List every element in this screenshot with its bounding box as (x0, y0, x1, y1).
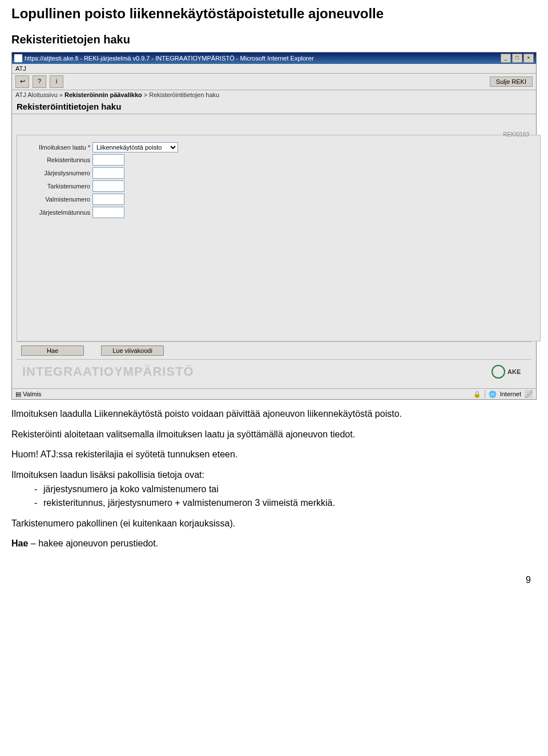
status-zone: Internet (500, 391, 521, 397)
page-number: 9 (0, 558, 548, 591)
window-controls: _ □ × (501, 54, 534, 63)
rekisteritunnus-label: Rekisteritunnus (22, 156, 92, 163)
breadcrumb-section[interactable]: Rekisteröinnin päävalikko (65, 91, 142, 98)
ake-logo-icon (491, 365, 505, 379)
valmistenumero-input[interactable] (92, 194, 124, 205)
ie-icon (14, 54, 22, 62)
rekisteritunnus-input[interactable] (92, 154, 124, 166)
ilmoituksen-laatu-select[interactable]: Liikennekäytöstä poisto (92, 142, 178, 152)
content-area: REKI0183 Ilmoituksen laatu * Liikennekäy… (12, 114, 536, 388)
breadcrumb-page: > Rekisteröintitietojen haku (144, 91, 219, 98)
footer-row: INTEGRAATIOYMPÄRISTÖ AKE (17, 360, 531, 384)
ake-logo-text: AKE (507, 368, 521, 375)
paragraph-5: Tarkistenumero pakollinen (ei kuitenkaan… (11, 517, 537, 530)
breadcrumb: ATJ Aloitussivu » Rekisteröinnin päävali… (12, 90, 536, 99)
jarjestelmatunnus-label: Järjestelmätunnus (22, 209, 92, 216)
lock-icon: 🔒 (473, 391, 481, 398)
hae-bold: Hae (11, 538, 28, 548)
ie-page-icon: ▤ (15, 391, 21, 397)
lue-viivakoodi-button[interactable]: Lue viivakoodi (101, 345, 164, 356)
statusbar: ▤ Valmis 🔒 🌐 Internet (12, 388, 536, 399)
paragraph-6: Hae – hakee ajoneuvon perustiedot. (11, 537, 537, 550)
bullet-1: järjestysnumero ja koko valmistenumero t… (34, 483, 537, 496)
paragraph-1: Ilmoituksen laadulla Liikennekäytöstä po… (11, 408, 537, 420)
tarkistenumero-input[interactable] (92, 180, 124, 192)
environment-watermark: INTEGRAATIOYMPÄRISTÖ (22, 364, 194, 379)
menubar: ATJ (12, 64, 536, 74)
window-title: https://atjtesti.ake.fi - REKI-järjestel… (25, 55, 314, 62)
globe-icon: 🌐 (489, 391, 497, 398)
document-subtitle: Rekisteritietojen haku (0, 25, 548, 52)
bullet-2: rekisteritunnus, järjestysnumero + valmi… (34, 497, 537, 509)
sulje-reki-button[interactable]: Sulje REKI (490, 77, 533, 87)
paragraph-2: Rekisteröinti aloitetaan valitsemalla il… (11, 428, 537, 441)
paragraph-4-intro: Ilmoituksen laadun lisäksi pakollisia ti… (11, 469, 537, 481)
browser-window: https://atjtesti.ake.fi - REKI-järjestel… (11, 52, 537, 400)
atj-menu[interactable]: ATJ (15, 65, 26, 72)
hae-button[interactable]: Hae (21, 345, 84, 356)
tarkistenumero-label: Tarkistenumero (22, 183, 92, 190)
valmistenumero-label: Valmistenumero (22, 196, 92, 203)
document-title: Lopullinen poisto liikennekäytöstäpoiste… (0, 0, 548, 25)
maximize-button[interactable]: □ (512, 54, 522, 63)
ilmoituksen-laatu-label: Ilmoituksen laatu * (22, 144, 92, 151)
jarjestysnumero-label: Järjestysnumero (22, 170, 92, 176)
body-text: Ilmoituksen laadulla Liikennekäytöstä po… (0, 408, 548, 550)
titlebar: https://atjtesti.ake.fi - REKI-järjestel… (12, 53, 536, 64)
help-button[interactable]: ? (33, 75, 46, 88)
bullet-list: järjestysnumero ja koko valmistenumero t… (11, 483, 537, 509)
jarjestysnumero-input[interactable] (92, 167, 124, 179)
ake-logo: AKE (491, 365, 526, 379)
close-button[interactable]: × (523, 54, 534, 63)
form-id: REKI0183 (503, 131, 529, 138)
action-button-row: Hae Lue viivakoodi (17, 341, 531, 360)
paragraph-3: Huom! ATJ:ssa rekisterilajia ei syötetä … (11, 448, 537, 461)
toolbar: ↩ ? i Sulje REKI (12, 74, 536, 90)
info-button[interactable]: i (50, 75, 63, 88)
back-button[interactable]: ↩ (15, 75, 29, 88)
breadcrumb-home[interactable]: ATJ Aloitussivu » (15, 91, 63, 98)
minimize-button[interactable]: _ (501, 54, 511, 63)
status-text: ▤ Valmis (15, 391, 41, 398)
page-header: Rekisteröintitietojen haku (12, 99, 536, 114)
jarjestelmatunnus-input[interactable] (92, 207, 124, 218)
resize-grip[interactable] (525, 390, 533, 398)
search-form: Ilmoituksen laatu * Liikennekäytöstä poi… (17, 135, 541, 341)
